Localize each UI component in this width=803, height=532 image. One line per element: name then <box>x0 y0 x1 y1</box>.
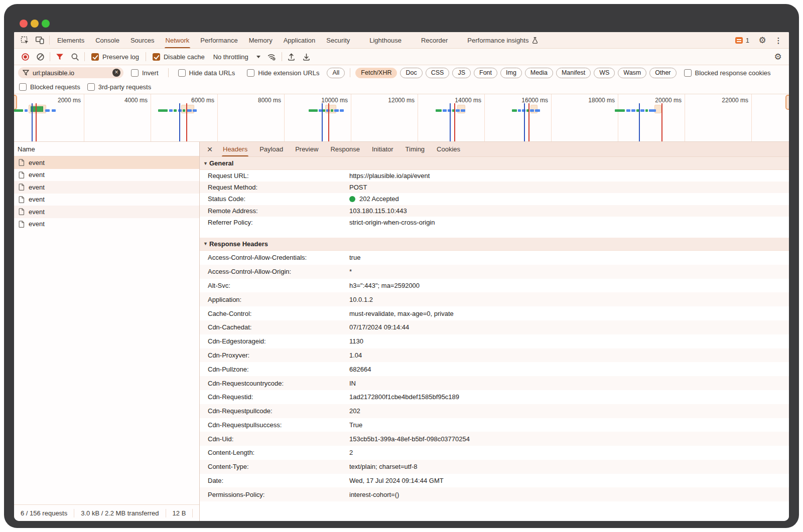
network-settings-gear-icon[interactable]: ⚙ <box>770 50 785 64</box>
filter-pill-fetch-xhr[interactable]: Fetch/XHR <box>355 68 397 78</box>
tab-lighthouse[interactable]: Lighthouse <box>364 32 407 48</box>
header-row: Cdn-Uid:153cb5b1-399a-48ef-b5bf-098c0377… <box>200 432 789 446</box>
header-row: Access-Control-Allow-Credentials:true <box>200 251 789 265</box>
request-row[interactable]: event <box>14 169 199 182</box>
close-icon[interactable]: × <box>203 142 217 156</box>
header-name: Request URL: <box>208 172 349 180</box>
search-icon[interactable] <box>67 50 82 64</box>
filter-pill-all[interactable]: All <box>327 68 345 78</box>
clear-filter-icon[interactable]: × <box>112 69 120 77</box>
tab-recorder[interactable]: Recorder <box>416 32 453 48</box>
request-row[interactable]: event <box>14 181 199 194</box>
detail-tab-headers[interactable]: Headers <box>217 142 253 156</box>
overview-right-handle[interactable] <box>785 95 789 110</box>
tab-console[interactable]: Console <box>90 32 125 48</box>
throttling-dropdown[interactable]: No throttling <box>213 53 260 61</box>
filter-pill-other[interactable]: Other <box>649 68 676 78</box>
issues-button[interactable]: 1 <box>731 34 754 47</box>
filter-pill-ws[interactable]: WS <box>594 68 615 78</box>
document-icon <box>19 184 25 191</box>
record-network-log-icon[interactable] <box>18 50 33 64</box>
checkbox-unchecked <box>247 69 254 77</box>
filter-icon[interactable] <box>52 50 67 64</box>
filter-pill-font[interactable]: Font <box>474 68 497 78</box>
header-name: Cdn-Requestpullsuccess: <box>208 421 349 429</box>
timeline-gridline <box>418 94 418 141</box>
detail-tab-cookies[interactable]: Cookies <box>431 142 466 156</box>
import-har-icon[interactable] <box>284 50 299 64</box>
tab-application[interactable]: Application <box>278 32 321 48</box>
header-name: Permissions-Policy: <box>208 491 349 498</box>
filter-pill-css[interactable]: CSS <box>426 68 450 78</box>
waterfall-dash <box>323 109 325 112</box>
waterfall-dash <box>615 109 625 112</box>
header-row: Cdn-Edgestorageid:1130 <box>200 334 789 348</box>
name-column-header[interactable]: Name <box>14 142 199 156</box>
filter-input[interactable]: url:plausible.io × <box>18 67 123 78</box>
inspect-element-icon[interactable] <box>17 34 32 47</box>
more-options-kebab-icon[interactable]: ⋮ <box>771 34 786 47</box>
third-party-requests-checkbox[interactable]: 3rd-party requests <box>87 83 152 91</box>
tab-performance-insights[interactable]: Performance insights <box>462 32 544 48</box>
settings-gear-icon[interactable]: ⚙ <box>755 34 770 47</box>
waterfall-dash <box>443 109 447 112</box>
waterfall-dash <box>25 109 28 112</box>
disable-cache-checkbox[interactable]: Disable cache <box>153 53 205 61</box>
header-value: 202 <box>349 407 789 415</box>
network-status-bar: 6 / 156 requests3.0 kB / 2.2 MB transfer… <box>14 504 199 521</box>
network-conditions-icon[interactable] <box>264 50 280 64</box>
filter-pill-img[interactable]: Img <box>500 68 522 78</box>
filter-pill-doc[interactable]: Doc <box>400 68 422 78</box>
filter-pill-wasm[interactable]: Wasm <box>618 68 646 78</box>
tab-sources[interactable]: Sources <box>125 32 160 48</box>
waterfall-dash <box>331 109 333 112</box>
load-event-line <box>454 103 455 141</box>
request-row[interactable]: event <box>14 218 199 231</box>
waterfall-dash <box>158 109 168 112</box>
hide-data-urls-checkbox[interactable]: Hide data URLs <box>178 69 235 77</box>
blocked-response-cookies-checkbox[interactable]: Blocked response cookies <box>684 69 771 77</box>
waterfall-dash <box>174 109 177 112</box>
minimize-window-button[interactable] <box>31 20 39 28</box>
general-section-header[interactable]: ▼ General <box>200 157 789 170</box>
detail-tab-initiator[interactable]: Initiator <box>366 142 399 156</box>
tab-label: Console <box>95 37 119 44</box>
waterfall-dash <box>645 109 648 112</box>
filter-pill-js[interactable]: JS <box>452 68 471 78</box>
header-name: Request Method: <box>208 184 349 191</box>
tab-network[interactable]: Network <box>160 32 195 48</box>
export-har-icon[interactable] <box>299 50 314 64</box>
request-name: event <box>29 196 45 203</box>
divider <box>168 68 169 77</box>
tab-security[interactable]: Security <box>321 32 355 48</box>
timeline-tick-label: 4000 ms <box>109 97 148 104</box>
close-window-button[interactable] <box>20 20 28 28</box>
network-overview-timeline[interactable]: 2000 ms4000 ms6000 ms8000 ms10000 ms1200… <box>14 94 789 142</box>
zoom-window-button[interactable] <box>42 20 50 28</box>
tab-memory[interactable]: Memory <box>243 32 278 48</box>
filter-pill-media[interactable]: Media <box>525 68 553 78</box>
request-row[interactable]: event <box>14 156 199 169</box>
invert-checkbox[interactable]: Invert <box>131 69 159 77</box>
header-value: 2 <box>349 449 789 456</box>
waterfall-dash <box>309 109 318 112</box>
overview-left-handle[interactable] <box>14 95 17 110</box>
timeline-tick-label: 10000 ms <box>310 97 348 104</box>
detail-tab-response[interactable]: Response <box>324 142 366 156</box>
response-headers-section-header[interactable]: ▼ Response Headers <box>200 238 789 251</box>
flask-icon <box>531 37 539 44</box>
tab-elements[interactable]: Elements <box>52 32 90 48</box>
tab-performance[interactable]: Performance <box>195 32 243 48</box>
filter-pill-manifest[interactable]: Manifest <box>556 68 591 78</box>
hide-extension-urls-checkbox[interactable]: Hide extension URLs <box>247 69 319 77</box>
device-toolbar-icon[interactable] <box>32 34 47 47</box>
preserve-log-checkbox[interactable]: Preserve log <box>91 53 139 61</box>
detail-tab-payload[interactable]: Payload <box>253 142 289 156</box>
header-value-text: 202 <box>349 407 360 415</box>
request-row[interactable]: event <box>14 206 199 218</box>
detail-tab-timing[interactable]: Timing <box>399 142 431 156</box>
clear-network-log-icon[interactable] <box>33 50 48 64</box>
detail-tab-preview[interactable]: Preview <box>289 142 324 156</box>
request-row[interactable]: event <box>14 194 199 206</box>
blocked-requests-checkbox[interactable]: Blocked requests <box>19 83 80 91</box>
